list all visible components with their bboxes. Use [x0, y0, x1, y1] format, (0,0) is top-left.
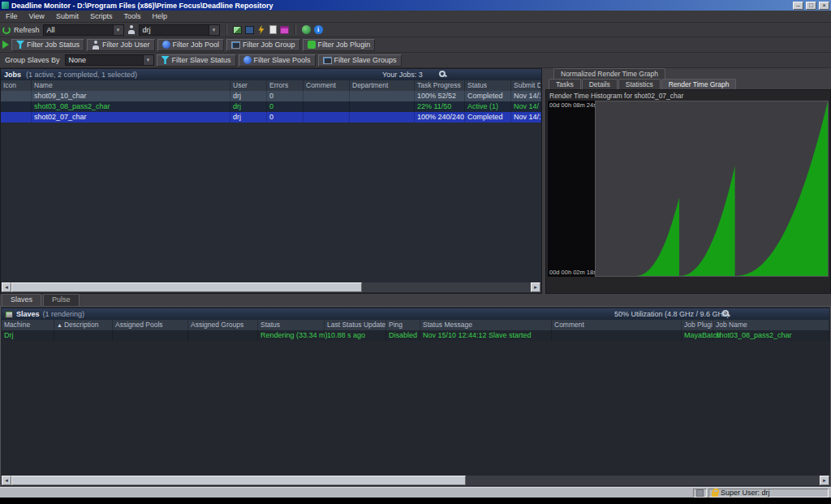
scrollbar-thumb[interactable] — [11, 282, 362, 292]
column-status[interactable]: Status — [258, 320, 325, 330]
column-icon[interactable]: Icon — [1, 80, 32, 91]
screenshot-icon[interactable] — [233, 26, 242, 34]
slave-machine: Drj — [2, 330, 54, 341]
tab-details[interactable]: Details — [582, 79, 618, 89]
jobs-horizontal-scrollbar[interactable]: ◄ ► — [2, 282, 540, 292]
filter-slave-pools-button[interactable]: Filter Slave Pools — [239, 54, 316, 67]
maximize-button[interactable]: □ — [806, 2, 816, 10]
job-status: Completed — [465, 91, 511, 101]
network-icon[interactable] — [302, 25, 311, 34]
column-errors[interactable]: Errors — [267, 80, 304, 91]
tab-normalized-render-time-graph[interactable]: Normalized Render Time Graph — [553, 68, 665, 79]
scroll-right-icon[interactable]: ► — [820, 476, 829, 485]
close-button[interactable]: × — [819, 2, 829, 10]
statusbar: Super User: drj — [0, 487, 831, 498]
column-job-plugin[interactable]: Job Plugin — [682, 320, 713, 330]
app-icon — [2, 2, 9, 9]
chevron-down-icon[interactable]: ▼ — [209, 25, 219, 35]
calendar-icon[interactable] — [280, 26, 289, 34]
plugin-icon — [308, 41, 316, 49]
jobs-title: Jobs — [4, 71, 21, 79]
menu-scripts[interactable]: Scripts — [84, 11, 118, 21]
filter-job-status-button[interactable]: Filter Job Status — [11, 39, 84, 51]
job-name: shot02_07_char — [32, 112, 230, 123]
refresh-icon[interactable] — [2, 26, 11, 34]
job-row-selected[interactable]: shot02_07_char drj 0 100% 240/240 Comple… — [1, 112, 541, 123]
job-row[interactable]: shot03_08_pass2_char drj 0 22% 11/50 Act… — [1, 101, 541, 112]
column-submit-date[interactable]: Submit Da — [511, 80, 541, 91]
slaves-icon — [5, 311, 13, 318]
person-icon — [92, 41, 100, 50]
remote-control-icon[interactable] — [245, 26, 254, 34]
scroll-left-icon[interactable]: ◄ — [2, 282, 11, 292]
report-icon[interactable] — [269, 25, 277, 34]
window-title: Deadline Monitor - D:\Program Files (x86… — [11, 2, 790, 10]
task-progress: 22% 11/50 — [415, 101, 465, 112]
search-icon[interactable] — [439, 71, 446, 77]
menu-file[interactable]: File — [0, 11, 24, 21]
chart-plot-area — [595, 101, 829, 277]
chart-title: Render Time Histogram for shot02_07_char — [549, 92, 683, 100]
info-icon[interactable]: i — [314, 25, 323, 34]
toolbar-separator — [295, 24, 296, 35]
column-assigned-pools[interactable]: Assigned Pools — [113, 320, 188, 330]
refresh-label[interactable]: Refresh — [14, 26, 40, 34]
slaves-title: Slaves — [16, 310, 40, 318]
column-department[interactable]: Department — [350, 80, 415, 91]
tab-tasks[interactable]: Tasks — [549, 79, 581, 89]
task-progress: 100% 52/52 — [415, 91, 465, 101]
job-filter-dropdown[interactable]: All ▼ — [43, 24, 124, 36]
funnel-icon — [161, 56, 170, 64]
column-status[interactable]: Status — [465, 80, 511, 91]
column-status-message[interactable]: Status Message — [420, 320, 552, 330]
column-ping[interactable]: Ping — [386, 320, 420, 330]
statusbar-icon-cell — [693, 489, 707, 498]
search-icon[interactable] — [722, 310, 729, 317]
user-filter-dropdown[interactable]: drj ▼ — [139, 24, 220, 36]
slaves-panel: Slaves (1 rendering) 50% Utilization (4.… — [0, 306, 831, 487]
y-axis-max-label: 00d 00h 08m 24s — [549, 101, 596, 109]
monitor-icon — [231, 41, 240, 49]
job-row[interactable]: shot09_10_char drj 0 100% 52/52 Complete… — [1, 91, 541, 101]
filter-job-pool-button[interactable]: Filter Job Pool — [157, 39, 225, 51]
tab-pulse[interactable]: Pulse — [43, 294, 80, 306]
tab-statistics[interactable]: Statistics — [618, 79, 661, 89]
filter-job-plugin-button[interactable]: Filter Job Plugin — [303, 39, 376, 51]
column-comment[interactable]: Comment — [552, 320, 682, 330]
y-axis-min-label: 00d 00h 02m 18s — [549, 269, 596, 276]
filter-job-user-button[interactable]: Filter Job User — [87, 39, 155, 51]
menu-tools[interactable]: Tools — [118, 11, 146, 21]
menu-help[interactable]: Help — [146, 11, 173, 21]
column-last-status-update[interactable]: Last Status Update — [325, 320, 386, 330]
scrollbar-thumb[interactable] — [11, 476, 466, 485]
tab-render-time-graph[interactable]: Render Time Graph — [661, 79, 737, 89]
group-slaves-by-label: Group Slaves By — [2, 56, 62, 64]
group-slaves-by-dropdown[interactable]: None ▼ — [65, 54, 154, 66]
minimize-button[interactable]: – — [793, 2, 803, 10]
scroll-left-icon[interactable]: ◄ — [2, 476, 11, 485]
menu-submit[interactable]: Submit — [50, 11, 84, 21]
job-name: shot09_10_char — [32, 91, 230, 101]
menu-view[interactable]: View — [24, 11, 50, 21]
column-assigned-groups[interactable]: Assigned Groups — [188, 320, 258, 330]
chevron-down-icon[interactable]: ▼ — [143, 55, 153, 65]
chevron-down-icon[interactable]: ▼ — [113, 25, 123, 35]
slaves-horizontal-scrollbar[interactable]: ◄ ► — [2, 476, 829, 485]
tab-slaves[interactable]: Slaves — [2, 294, 41, 306]
lock-icon — [712, 492, 718, 497]
column-user[interactable]: User — [230, 80, 267, 91]
status-icon — [696, 489, 704, 497]
filter-job-group-button[interactable]: Filter Job Group — [226, 39, 300, 51]
column-description[interactable]: ▲Description — [54, 320, 113, 330]
column-machine[interactable]: Machine — [2, 320, 54, 330]
slave-row[interactable]: Drj Rendering (33.34 m) 10.88 s ago Disa… — [2, 330, 829, 341]
column-name[interactable]: Name — [32, 80, 230, 91]
slave-job-name: shot03_08_pass2_char — [713, 330, 829, 341]
filter-slave-groups-button[interactable]: Filter Slave Groups — [318, 54, 402, 67]
column-task-progress[interactable]: Task Progress — [415, 80, 465, 91]
filter-slave-status-button[interactable]: Filter Slave Status — [157, 54, 236, 67]
column-comment[interactable]: Comment — [304, 80, 350, 91]
scroll-right-icon[interactable]: ► — [531, 282, 540, 292]
column-job-name[interactable]: Job Name — [713, 320, 829, 330]
power-icon[interactable] — [257, 25, 266, 34]
